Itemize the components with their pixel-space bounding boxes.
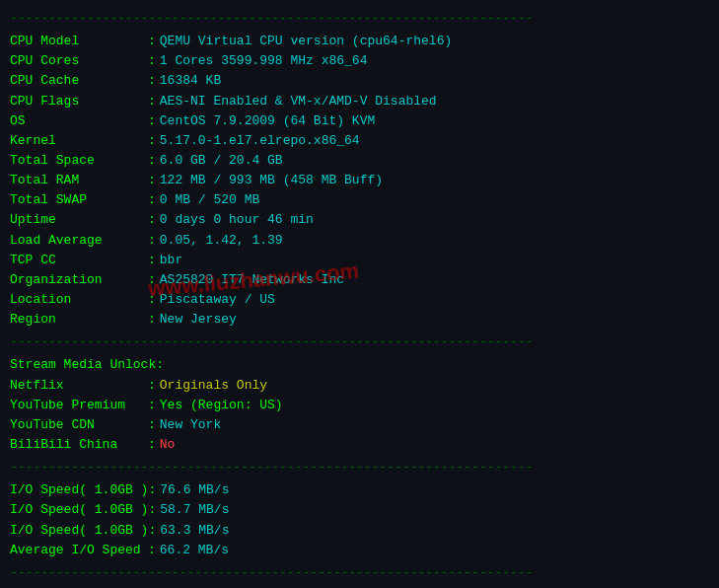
colon: : [148, 151, 156, 171]
table-row: TCP CC : bbr [10, 251, 709, 270]
label-stream-media: Stream Media Unlock [10, 355, 156, 375]
label-location: Location [10, 290, 148, 310]
value-io-1: 76.6 MB/s [160, 480, 229, 500]
label-netflix: Netflix [10, 376, 148, 396]
label-io-2: I/O Speed( 1.0GB ) [10, 500, 148, 520]
colon: : [148, 190, 156, 210]
table-row: BiliBili China : No [10, 435, 709, 455]
value-bilibili: No [160, 435, 176, 455]
table-row: I/O Speed( 1.0GB ) : 76.6 MB/s [10, 480, 709, 500]
colon: : [148, 500, 156, 520]
colon: : [148, 171, 156, 190]
value-region: New Jersey [160, 310, 237, 330]
value-total-ram: 122 MB / 993 MB (458 MB Buff) [160, 171, 383, 190]
table-row: Stream Media Unlock : [10, 355, 709, 375]
table-row: Netflix : Originals Only [10, 376, 709, 396]
label-cpu-flags: CPU Flags [10, 92, 148, 111]
stream-media-section: Stream Media Unlock : Netflix : Original… [10, 355, 709, 455]
value-avg-io: 66.2 MB/s [160, 541, 229, 560]
value-cpu-cores: 1 Cores 3599.998 MHz x86_64 [160, 51, 368, 71]
label-cpu-cores: CPU Cores [10, 51, 148, 71]
table-row: Organization : AS25820 IT7 Networks Inc [10, 270, 709, 290]
label-youtube-premium: YouTube Premium [10, 396, 148, 415]
label-youtube-cdn: YouTube CDN [10, 415, 148, 435]
system-info-section: CPU Model : QEMU Virtual CPU version (cp… [10, 32, 709, 330]
colon: : [148, 376, 156, 396]
table-row: CPU Cores : 1 Cores 3599.998 MHz x86_64 [10, 51, 709, 71]
value-cpu-flags: AES-NI Enabled & VM-x/AMD-V Disabled [160, 92, 437, 111]
label-os: OS [10, 111, 148, 131]
colon: : [148, 415, 156, 435]
table-row: I/O Speed( 1.0GB ) : 58.7 MB/s [10, 500, 709, 520]
colon: : [148, 251, 156, 270]
label-avg-io: Average I/O Speed [10, 541, 148, 560]
colon: : [148, 131, 156, 151]
label-total-swap: Total SWAP [10, 190, 148, 210]
divider-1: ----------------------------------------… [10, 332, 709, 352]
label-cpu-model: CPU Model [10, 32, 148, 51]
label-organization: Organization [10, 270, 148, 290]
label-uptime: Uptime [10, 210, 148, 230]
colon: : [148, 210, 156, 230]
table-row: Load Average : 0.05, 1.42, 1.39 [10, 231, 709, 251]
divider-3: ----------------------------------------… [10, 563, 709, 583]
table-row: OS : CentOS 7.9.2009 (64 Bit) KVM [10, 111, 709, 131]
divider-top: ----------------------------------------… [10, 9, 709, 29]
table-row: Uptime : 0 days 0 hour 46 min [10, 210, 709, 230]
label-region: Region [10, 310, 148, 330]
colon: : [148, 541, 156, 560]
colon: : [148, 71, 156, 91]
value-location: Piscataway / US [160, 290, 275, 310]
table-row: Region : New Jersey [10, 310, 709, 330]
value-cpu-model: QEMU Virtual CPU version (cpu64-rhel6) [160, 32, 452, 51]
value-kernel: 5.17.0-1.el7.elrepo.x86_64 [160, 131, 360, 151]
value-total-swap: 0 MB / 520 MB [160, 190, 259, 210]
table-row: YouTube Premium : Yes (Region: US) [10, 396, 709, 415]
colon: : [148, 290, 156, 310]
colon: : [148, 310, 156, 330]
value-youtube-premium: Yes (Region: US) [160, 396, 283, 415]
label-cpu-cache: CPU Cache [10, 71, 148, 91]
colon: : [148, 111, 156, 131]
colon: : [148, 435, 156, 455]
colon: : [148, 92, 156, 111]
table-row: YouTube CDN : New York [10, 415, 709, 435]
colon: : [148, 270, 156, 290]
value-youtube-cdn: New York [160, 415, 221, 435]
label-total-space: Total Space [10, 151, 148, 171]
main-container: www.liuzhanwu.com ----------------------… [10, 9, 709, 588]
table-row: Total SWAP : 0 MB / 520 MB [10, 190, 709, 210]
label-bilibili: BiliBili China [10, 435, 148, 455]
colon: : [148, 521, 156, 541]
table-row: Total RAM : 122 MB / 993 MB (458 MB Buff… [10, 171, 709, 190]
colon: : [148, 231, 156, 251]
label-tcp-cc: TCP CC [10, 251, 148, 270]
label-kernel: Kernel [10, 131, 148, 151]
label-load-average: Load Average [10, 231, 148, 251]
table-row: CPU Model : QEMU Virtual CPU version (cp… [10, 32, 709, 51]
colon: : [148, 32, 156, 51]
colon: : [156, 355, 164, 375]
value-organization: AS25820 IT7 Networks Inc [160, 270, 344, 290]
colon: : [148, 480, 156, 500]
value-io-3: 63.3 MB/s [160, 521, 229, 541]
label-total-ram: Total RAM [10, 171, 148, 190]
value-uptime: 0 days 0 hour 46 min [160, 210, 314, 230]
value-io-2: 58.7 MB/s [160, 500, 229, 520]
value-total-space: 6.0 GB / 20.4 GB [160, 151, 283, 171]
table-row: Average I/O Speed : 66.2 MB/s [10, 541, 709, 560]
colon: : [148, 51, 156, 71]
value-cpu-cache: 16384 KB [160, 71, 221, 91]
table-row: Location : Piscataway / US [10, 290, 709, 310]
divider-2: ----------------------------------------… [10, 458, 709, 478]
table-row: Total Space : 6.0 GB / 20.4 GB [10, 151, 709, 171]
table-row: I/O Speed( 1.0GB ) : 63.3 MB/s [10, 521, 709, 541]
value-os: CentOS 7.9.2009 (64 Bit) KVM [160, 111, 375, 131]
table-row: CPU Cache : 16384 KB [10, 71, 709, 91]
value-load-average: 0.05, 1.42, 1.39 [160, 231, 283, 251]
value-netflix: Originals Only [160, 376, 267, 396]
table-row: CPU Flags : AES-NI Enabled & VM-x/AMD-V … [10, 92, 709, 111]
table-row: Kernel : 5.17.0-1.el7.elrepo.x86_64 [10, 131, 709, 151]
colon: : [148, 396, 156, 415]
label-io-3: I/O Speed( 1.0GB ) [10, 521, 148, 541]
